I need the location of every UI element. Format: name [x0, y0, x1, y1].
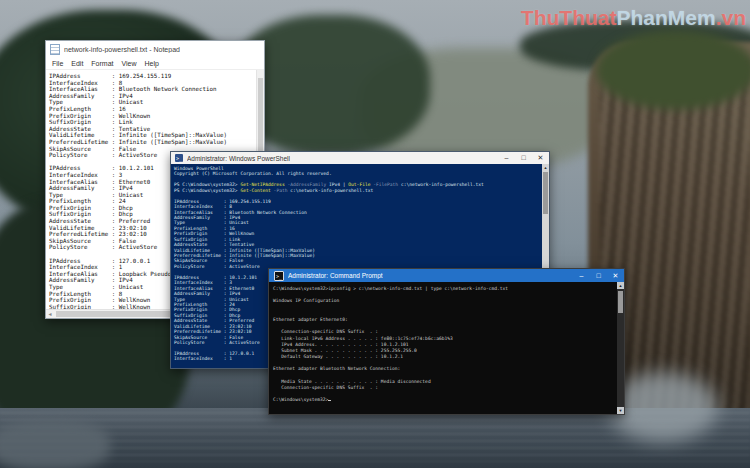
notepad-titlebar[interactable]: network-info-powershell.txt - Notepad [46, 41, 264, 57]
text-line: PrefixOrigin : WellKnown [49, 113, 257, 120]
notepad-icon [50, 44, 60, 55]
powershell-titlebar[interactable]: >_ Administrator: Windows PowerShell – □… [171, 152, 549, 164]
cmd-window-title: Administrator: Command Prompt [288, 272, 383, 279]
minimize-button[interactable]: – [573, 271, 590, 281]
wallpaper-mid-cliff [360, 48, 610, 168]
cmd-output-lines: C:\Windows\system32>ipconfig > c:\networ… [273, 286, 617, 397]
maximize-button[interactable]: □ [590, 271, 607, 281]
menu-item-edit[interactable]: Edit [67, 60, 87, 67]
watermark-part3: .vn [716, 6, 746, 29]
cmd-console-output[interactable]: C:\Windows\system32>ipconfig > c:\networ… [269, 282, 617, 414]
powershell-icon: >_ [175, 154, 183, 162]
watermark-part1: ThuThuat [521, 6, 617, 29]
text-line: IPAddress : 169.254.155.119 [49, 73, 257, 80]
text-line: AddressState : Tentative [49, 126, 257, 133]
menu-item-file[interactable]: File [48, 60, 67, 67]
cmd-prompt: C:\Windows\system32> [273, 397, 328, 402]
cmd-scroll-thumb[interactable] [618, 291, 623, 313]
scroll-down-icon[interactable]: ▼ [617, 407, 624, 414]
text-line: ValidLifetime : Infinite ([TimeSpan]::Ma… [49, 132, 257, 139]
wallpaper-water-texture [0, 412, 750, 462]
scroll-left-icon[interactable]: ◄ [46, 310, 54, 318]
text-line: PrefixLength : 16 [49, 106, 257, 113]
text-line: InterfaceIndex : 8 [49, 80, 257, 87]
menu-item-format[interactable]: Format [87, 60, 117, 67]
text-line: SuffixOrigin : Link [49, 119, 257, 126]
notepad-menubar: FileEditFormatViewHelp [46, 57, 264, 70]
powershell-scroll-thumb[interactable] [543, 172, 548, 214]
close-button[interactable]: ✕ [532, 153, 549, 163]
wallpaper-shore [0, 420, 110, 468]
watermark: ThuThuatPhanMem.vn [521, 6, 746, 30]
powershell-window-title: Administrator: Windows PowerShell [187, 155, 290, 162]
menu-item-view[interactable]: View [118, 60, 141, 67]
notepad-window-title: network-info-powershell.txt - Notepad [64, 46, 180, 53]
text-line: Type : Unicast [49, 99, 257, 106]
cmd-icon: >_ [274, 271, 284, 281]
cmd-scrollbar[interactable]: ▲ ▼ [617, 282, 624, 414]
maximize-button[interactable]: □ [515, 153, 532, 163]
cmd-window: >_ Administrator: Command Prompt – □ ✕ C… [268, 268, 625, 415]
text-line: PreferredLifetime : Infinite ([TimeSpan]… [49, 139, 257, 146]
cmd-text-cursor [328, 400, 331, 402]
scroll-up-icon[interactable]: ▲ [617, 282, 624, 289]
scroll-up-icon[interactable]: ▲ [542, 164, 549, 171]
close-button[interactable]: ✕ [607, 271, 624, 281]
notepad-horizontal-scroll-thumb[interactable] [56, 311, 176, 317]
cmd-prompt-line: C:\Windows\system32> [273, 397, 617, 403]
menu-item-help[interactable]: Help [141, 60, 163, 67]
notepad-vertical-scroll-thumb[interactable] [258, 78, 263, 158]
wallpaper-water [0, 408, 750, 468]
cmd-titlebar[interactable]: >_ Administrator: Command Prompt – □ ✕ [269, 269, 624, 282]
wallpaper-cliff-vegetation [596, 30, 750, 110]
text-line: InterfaceAlias : Bluetooth Network Conne… [49, 86, 257, 93]
desktop: ThuThuatPhanMem.vn network-info-powershe… [0, 0, 750, 468]
text-line: AddressFamily : IPv4 [49, 93, 257, 100]
watermark-part2: PhanMem [616, 6, 715, 29]
minimize-button[interactable]: – [498, 153, 515, 163]
